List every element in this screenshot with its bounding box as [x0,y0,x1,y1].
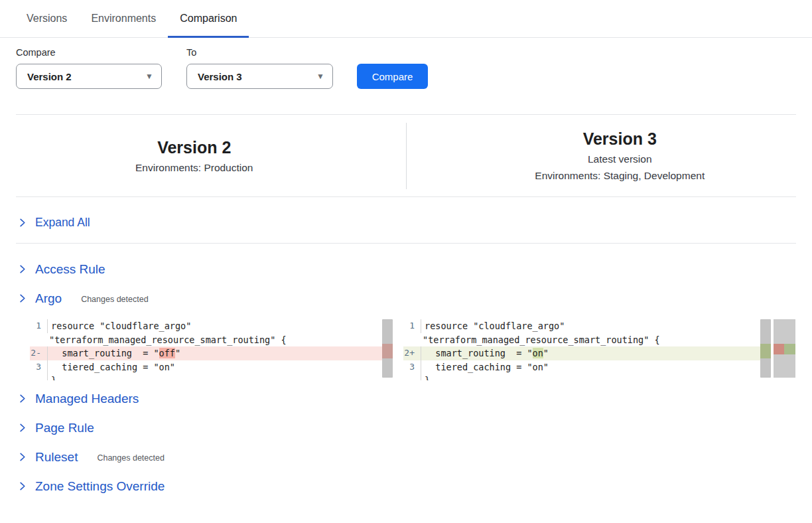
divider [16,243,796,244]
code-line: smart_routing = "off" [48,346,180,360]
compare-button[interactable]: Compare [357,64,428,89]
section-argo[interactable]: Argo Changes detected [16,291,796,306]
line-number: 2+ [403,346,421,360]
section-zone-settings-override[interactable]: Zone Settings Override [16,479,796,494]
removed-word-highlight: off [159,348,175,358]
tab-bar: Versions Environments Comparison [0,0,812,38]
diff-right-scrollbar[interactable] [760,319,771,378]
chevron-right-icon [17,423,27,433]
diff-right-pane: 1 resource "cloudflare_argo" "terraform_… [403,319,771,380]
version-right-header: Version 3 Latest version Environments: S… [425,129,812,182]
added-line: 2+ smart_routing = "on" [403,346,771,360]
added-scroll-marker [760,344,771,358]
version-headers: Version 2 Environments: Production Versi… [16,115,796,196]
changes-detected-badge: Changes detected [97,451,164,463]
compare-from-select[interactable]: Version 2 ▼ [16,64,162,89]
vertical-divider [406,123,407,189]
argo-diff-view: 1 resource "cloudflare_argo" "terraform_… [30,319,796,380]
line-number: 3 [30,360,48,374]
compare-to-select[interactable]: Version 3 ▼ [186,64,333,89]
line-number: 1 [403,319,421,333]
compare-to-value: Version 3 [198,71,242,82]
expand-all-toggle[interactable]: Expand All [16,197,796,243]
overview-added-marker [784,344,795,354]
section-label: Access Rule [35,262,105,277]
section-ruleset[interactable]: Ruleset Changes detected [16,449,796,465]
changes-detected-badge: Changes detected [81,293,148,304]
chevron-right-icon [17,293,27,303]
compare-from-value: Version 2 [27,71,72,82]
section-managed-headers[interactable]: Managed Headers [16,391,796,406]
overview-removed-marker [774,344,784,354]
added-word-highlight: on [533,348,543,358]
line-number: 1 [30,319,48,333]
chevron-down-icon: ▼ [145,72,153,80]
compare-label: Compare [16,47,162,58]
diff-left-scrollbar[interactable] [382,319,393,378]
chevron-right-icon [17,264,27,274]
version-right-title: Version 3 [425,129,812,149]
tab-comparison[interactable]: Comparison [168,0,249,37]
code-line: tiered_caching = "on" [421,360,549,374]
tab-environments[interactable]: Environments [79,0,168,37]
section-label: Managed Headers [35,392,139,406]
code-line: resource "cloudflare_argo" [48,319,191,333]
tab-versions[interactable]: Versions [15,0,79,37]
section-page-rule[interactable]: Page Rule [16,420,796,435]
chevron-right-icon [17,481,27,491]
to-label: To [186,47,333,58]
code-line: resource "cloudflare_argo" [421,319,565,333]
version-right-latest: Latest version [425,153,812,165]
section-label: Argo [35,291,62,306]
line-number [403,374,421,380]
expand-all-label: Expand All [35,216,90,230]
line-number: 2- [30,346,48,360]
code-line-wrap: "terraform_managed_resource_smart_routin… [46,333,287,347]
section-label: Zone Settings Override [35,479,165,494]
version-left-header: Version 2 Environments: Production [0,138,389,174]
line-number [30,374,48,380]
chevron-right-icon [17,452,27,462]
chevron-right-icon [17,394,27,404]
section-label: Ruleset [35,450,78,465]
chevron-down-icon: ▼ [316,72,324,80]
code-line: } [48,374,56,380]
section-label: Page Rule [35,421,94,435]
code-line: tiered_caching = "on" [48,360,175,374]
removed-line: 2- smart_routing = "off" [30,346,393,360]
diff-overview-ruler[interactable] [774,319,795,378]
version-left-environments: Environments: Production [0,162,389,174]
version-left-title: Version 2 [0,138,389,157]
code-line: smart_routing = "on" [421,346,549,360]
line-number: 3 [403,360,421,374]
version-right-environments: Environments: Staging, Development [425,170,812,182]
code-line-wrap: "terraform_managed_resource_smart_routin… [419,333,660,347]
section-access-rule[interactable]: Access Rule [16,262,796,277]
removed-scroll-marker [382,344,393,358]
chevron-right-icon [17,218,27,228]
code-line: } [421,374,430,380]
compare-form: Compare Version 2 ▼ To Version 3 ▼ Compa… [16,47,796,89]
diff-left-pane: 1 resource "cloudflare_argo" "terraform_… [30,319,393,380]
